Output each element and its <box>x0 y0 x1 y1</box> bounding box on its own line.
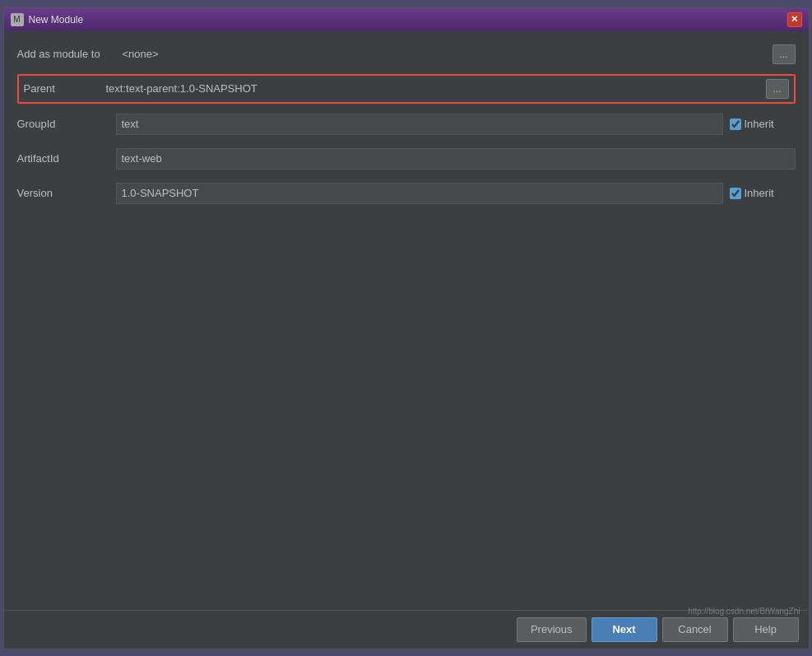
add-module-browse-button[interactable]: ... <box>773 44 796 64</box>
version-label: Version <box>17 187 116 199</box>
artifactid-row: ArtifactId <box>17 145 796 173</box>
close-button[interactable]: ✕ <box>787 12 802 27</box>
artifactid-label: ArtifactId <box>17 152 116 165</box>
previous-button[interactable]: Previous <box>517 617 587 642</box>
parent-row: Parent text:text-parent:1.0-SNAPSHOT ... <box>17 74 796 104</box>
module-icon: M <box>11 13 24 26</box>
parent-browse-button[interactable]: ... <box>766 79 789 99</box>
spacer <box>17 214 796 600</box>
new-module-dialog: M New Module ✕ Add as module to <none> .… <box>3 7 810 649</box>
version-row: Version Inherit <box>17 179 796 207</box>
button-row: Previous Next Cancel Help <box>4 610 809 649</box>
help-button[interactable]: Help <box>733 617 799 642</box>
add-module-row: Add as module to <none> ... <box>17 41 796 67</box>
groupid-input[interactable] <box>116 114 723 135</box>
cancel-button[interactable]: Cancel <box>662 617 728 642</box>
title-bar: M New Module ✕ <box>4 8 809 31</box>
add-module-value: <none> <box>123 48 766 60</box>
version-inherit-checkbox[interactable] <box>730 188 741 199</box>
parent-label: Parent <box>24 82 106 95</box>
artifactid-input[interactable] <box>116 148 796 170</box>
groupid-inherit-checkbox[interactable] <box>730 119 741 130</box>
next-button[interactable]: Next <box>592 617 657 642</box>
title-bar-left: M New Module <box>11 13 84 26</box>
watermark: http://blog.csdn.net/BtWangZhi <box>688 607 800 616</box>
version-input[interactable] <box>116 183 723 204</box>
version-inherit-label: Inherit <box>745 187 774 199</box>
window-title: New Module <box>29 14 84 26</box>
version-inherit-container: Inherit <box>730 187 796 199</box>
groupid-row: GroupId Inherit <box>17 110 796 138</box>
add-module-label: Add as module to <box>17 48 116 60</box>
groupid-inherit-container: Inherit <box>730 118 796 130</box>
parent-value: text:text-parent:1.0-SNAPSHOT <box>106 82 766 95</box>
groupid-inherit-label: Inherit <box>745 118 774 130</box>
groupid-label: GroupId <box>17 118 116 130</box>
content-area: Add as module to <none> ... Parent text:… <box>4 31 809 610</box>
